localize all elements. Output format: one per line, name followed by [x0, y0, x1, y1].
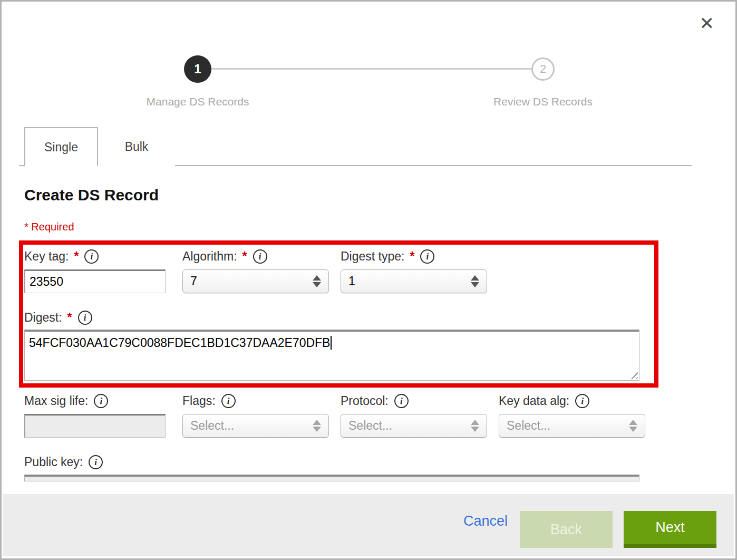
public-key-label-text: Public key: — [24, 455, 83, 469]
digest-label: Digest: * i — [24, 311, 92, 325]
public-key-label: Public key: i — [24, 455, 103, 469]
required-asterisk: * — [243, 249, 247, 264]
key-data-alg-label: Key data alg: i — [499, 394, 589, 408]
info-icon[interactable]: i — [420, 249, 434, 264]
digest-value: 54FCF030AA1C79C0088FDEC1BD1C37DAA2E70DFB — [29, 336, 330, 350]
protocol-label: Protocol: i — [341, 394, 409, 408]
info-icon[interactable]: i — [221, 394, 236, 408]
digest-label-text: Digest: — [24, 311, 62, 325]
protocol-select-value: Select... — [348, 419, 471, 433]
key-data-alg-select-value: Select... — [507, 419, 629, 433]
algorithm-label: Algorithm: * i — [182, 249, 267, 264]
key-tag-input[interactable] — [24, 269, 166, 293]
max-sig-life-label-text: Max sig life: — [24, 394, 88, 408]
back-button[interactable]: Back — [520, 511, 613, 548]
flags-label: Flags: i — [182, 394, 236, 408]
algorithm-select[interactable]: 7 — [182, 269, 329, 293]
required-asterisk: * — [67, 311, 72, 325]
algorithm-select-value: 7 — [190, 274, 313, 288]
select-arrows-icon — [471, 275, 479, 287]
digest-type-label: Digest type: * i — [341, 249, 434, 264]
select-arrows-icon — [313, 420, 321, 432]
text-caret — [331, 336, 332, 350]
digest-textarea[interactable]: 54FCF030AA1C79C0088FDEC1BD1C37DAA2E70DFB — [24, 330, 639, 381]
key-tag-label: Key tag: * i — [24, 249, 99, 264]
step-2-circle: 2 — [531, 57, 555, 81]
select-arrows-icon — [471, 420, 479, 432]
max-sig-life-input[interactable] — [24, 414, 166, 438]
info-icon[interactable]: i — [575, 394, 589, 408]
digest-type-select[interactable]: 1 — [341, 269, 487, 293]
algorithm-label-text: Algorithm: — [182, 249, 237, 264]
create-ds-record-modal: ✕ 1 2 Manage DS Records Review DS Record… — [0, 0, 737, 560]
step-1-circle: 1 — [184, 55, 211, 83]
digest-type-label-text: Digest type: — [341, 249, 404, 264]
max-sig-life-label: Max sig life: i — [24, 394, 108, 408]
info-icon[interactable]: i — [78, 311, 92, 325]
info-icon[interactable]: i — [84, 249, 99, 264]
flags-label-text: Flags: — [182, 394, 216, 408]
next-button[interactable]: Next — [624, 511, 716, 548]
select-arrows-icon — [629, 420, 637, 432]
required-note: * Required — [24, 221, 74, 233]
page-title: Create DS Record — [24, 186, 159, 204]
flags-select[interactable]: Select... — [182, 414, 329, 438]
info-icon[interactable]: i — [94, 394, 108, 408]
info-icon[interactable]: i — [89, 455, 103, 469]
modal-footer: Cancel Back Next — [3, 494, 734, 556]
key-data-alg-label-text: Key data alg: — [499, 394, 569, 408]
step-2-label: Review DS Records — [453, 95, 633, 108]
stepper: 1 2 Manage DS Records Review DS Records — [2, 2, 735, 118]
digest-type-select-value: 1 — [348, 274, 471, 288]
flags-select-value: Select... — [190, 419, 313, 433]
tab-single[interactable]: Single — [24, 127, 98, 166]
info-icon[interactable]: i — [394, 394, 409, 408]
step-1-label: Manage DS Records — [108, 95, 287, 108]
info-icon[interactable]: i — [253, 249, 267, 264]
required-asterisk: * — [74, 249, 79, 264]
resize-handle-icon[interactable] — [628, 370, 638, 379]
public-key-textarea[interactable] — [24, 475, 639, 481]
protocol-select[interactable]: Select... — [341, 414, 487, 438]
key-tag-label-text: Key tag: — [24, 249, 69, 264]
tab-bulk[interactable]: Bulk — [98, 127, 175, 166]
key-data-alg-select[interactable]: Select... — [499, 414, 645, 438]
required-asterisk: * — [410, 249, 414, 264]
select-arrows-icon — [313, 275, 321, 287]
cancel-link[interactable]: Cancel — [463, 513, 508, 529]
protocol-label-text: Protocol: — [341, 394, 389, 408]
stepper-connector-line — [211, 68, 531, 70]
